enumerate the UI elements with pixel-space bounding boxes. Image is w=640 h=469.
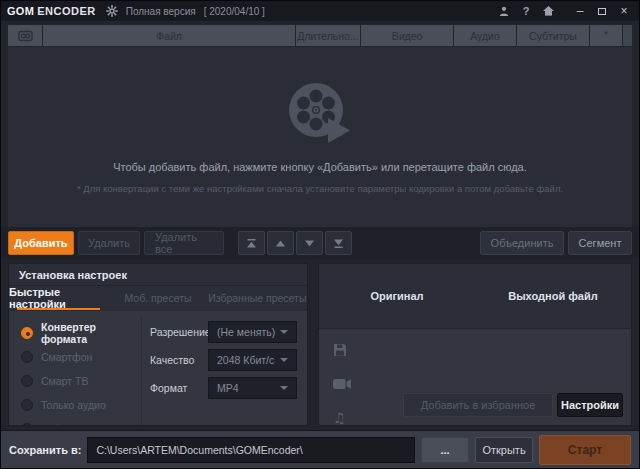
panels-area: Установка настроек Быстрые настройки Моб… xyxy=(1,259,639,426)
gear-icon[interactable] xyxy=(106,5,118,17)
column-header-file[interactable]: Файл xyxy=(43,25,295,46)
column-header-duration[interactable]: Длительно... xyxy=(296,25,360,46)
radio-selected-icon xyxy=(21,327,33,339)
version-label: Полная версия xyxy=(126,6,196,17)
open-button[interactable]: Открыть xyxy=(475,437,533,463)
column-header-video[interactable]: Видео xyxy=(361,25,453,46)
save-path-input[interactable] xyxy=(87,437,415,463)
add-favorite-button[interactable]: Добавить в избранное xyxy=(403,393,553,417)
home-icon[interactable] xyxy=(539,3,557,19)
save-to-label: Сохранить в: xyxy=(9,444,81,456)
resolution-label: Разрешение xyxy=(150,326,208,338)
encode-options: Разрешение (Не менять) Качество 2048 Кби… xyxy=(142,311,307,426)
chevron-down-icon xyxy=(280,358,288,362)
radio-smartphone[interactable]: Смартфон xyxy=(21,345,141,369)
format-label: Формат xyxy=(150,382,208,394)
file-info-icon xyxy=(333,343,351,357)
merge-button[interactable]: Объединить xyxy=(480,231,564,255)
preview-panel: Оригинал Выходной файл xyxy=(318,263,632,426)
settings-tabs: Быстрые настройки Моб. пресеты Избранные… xyxy=(9,286,307,311)
tab-favorite-presets[interactable]: Избранные пресеты xyxy=(208,286,307,310)
preset-radio-group: Конвертер формата Смартфон Смарт ТВ Толь… xyxy=(9,311,141,426)
move-down-icon[interactable] xyxy=(296,231,323,255)
column-header-audio[interactable]: Аудио xyxy=(454,25,516,46)
drop-hint-main: Чтобы добавить файл, нажмите кнопку «Доб… xyxy=(113,161,527,173)
titlebar: GOM ENCODER Полная версия [ 2020/04/10 ]… xyxy=(1,1,639,21)
file-toolbar: Добавить Удалить Удалить все Объединить … xyxy=(1,227,639,259)
remove-button[interactable]: Удалить xyxy=(78,231,140,255)
move-up-icon[interactable] xyxy=(267,231,294,255)
segment-button[interactable]: Сегмент xyxy=(568,231,632,255)
radio-icon xyxy=(21,351,33,363)
add-button[interactable]: Добавить xyxy=(8,231,74,255)
user-icon[interactable] xyxy=(495,3,513,19)
remove-all-button[interactable]: Удалить все xyxy=(144,231,224,255)
radio-icon xyxy=(21,399,33,411)
tab-quick-settings[interactable]: Быстрые настройки xyxy=(9,286,108,310)
chevron-down-icon xyxy=(280,386,288,390)
tab-mobile-presets[interactable]: Моб. пресеты xyxy=(108,286,207,310)
close-icon[interactable]: × xyxy=(615,3,633,19)
app-logo: GOM xyxy=(7,5,34,17)
help-icon[interactable]: ? xyxy=(517,3,535,19)
radio-smart-tv[interactable]: Смарт ТВ xyxy=(21,369,141,393)
column-header-star[interactable]: * xyxy=(590,25,622,46)
quality-label: Качество xyxy=(150,354,208,366)
settings-panel: Установка настроек Быстрые настройки Моб… xyxy=(8,263,308,426)
build-date: [ 2020/04/10 ] xyxy=(204,6,265,17)
column-header-subtitles[interactable]: Субтитры xyxy=(517,25,589,46)
maximize-icon[interactable] xyxy=(593,3,611,19)
gom-encoder-window: GOM ENCODER Полная версия [ 2020/04/10 ]… xyxy=(0,0,640,469)
list-header-corner xyxy=(623,25,632,46)
settings-button[interactable]: Настройки xyxy=(557,393,623,417)
film-reel-icon xyxy=(286,81,354,147)
music-note-icon: ♫ xyxy=(333,411,351,425)
radio-icon xyxy=(21,423,33,426)
original-column-title: Оригинал xyxy=(319,290,475,302)
quality-dropdown[interactable]: 2048 Кбит/с xyxy=(208,349,297,371)
app-logo-rest: ENCODER xyxy=(37,5,96,17)
format-dropdown[interactable]: MP4 xyxy=(208,377,297,399)
video-camera-icon xyxy=(333,377,351,391)
start-button[interactable]: Старт xyxy=(539,435,631,465)
resolution-dropdown[interactable]: (Не менять) xyxy=(208,321,297,343)
radio-icon xyxy=(21,375,33,387)
settings-panel-title: Установка настроек xyxy=(9,269,127,281)
drop-hint-note: * Для конвертации с теми же настройками … xyxy=(77,183,563,194)
select-all-icon[interactable] xyxy=(8,25,42,46)
file-drop-area[interactable]: Чтобы добавить файл, нажмите кнопку «Доб… xyxy=(8,47,632,227)
radio-audio-only[interactable]: Только аудио xyxy=(21,393,141,417)
browse-button[interactable]: ... xyxy=(421,437,469,463)
output-column-title: Выходной файл xyxy=(475,290,631,302)
move-top-icon[interactable] xyxy=(238,231,265,255)
save-bar: Сохранить в: ... Открыть Старт xyxy=(1,430,639,468)
chevron-down-icon xyxy=(280,330,288,334)
move-bottom-icon[interactable] xyxy=(325,231,352,255)
radio-web-video[interactable]: Веб видео xyxy=(21,417,141,426)
radio-format-converter[interactable]: Конвертер формата xyxy=(21,321,141,345)
file-list-header: Файл Длительно... Видео Аудио Субтитры * xyxy=(8,25,632,46)
minimize-icon[interactable]: – xyxy=(571,3,589,19)
